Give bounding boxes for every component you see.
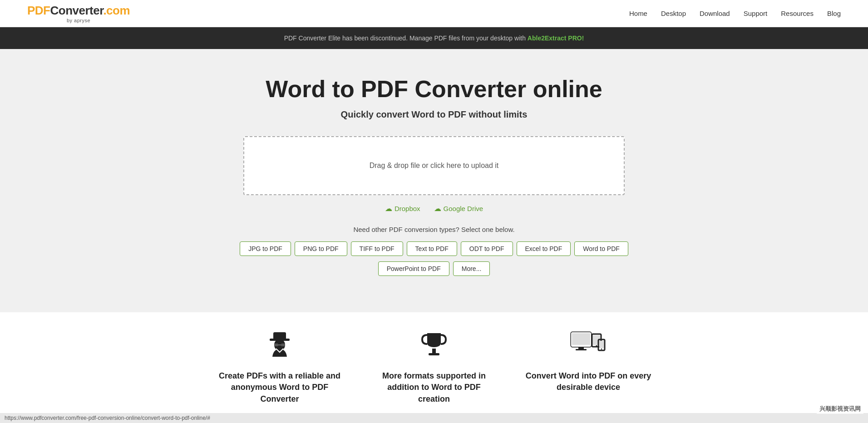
svg-rect-3: [274, 344, 278, 346]
trophy-svg: [420, 330, 448, 358]
logo-area: PDFConverter.com by apryse: [27, 4, 130, 23]
banner-text: PDF Converter Elite has been discontinue…: [284, 34, 528, 42]
nav-support[interactable]: Support: [744, 10, 768, 17]
logo-brand: PDFConverter.com: [27, 4, 130, 18]
googledrive-label: Google Drive: [444, 205, 483, 212]
cloud-options: ☁ Dropbox ☁ Google Drive: [9, 204, 859, 213]
trophy-icon: [370, 330, 498, 363]
main-nav: Home Desktop Download Support Resources …: [629, 10, 841, 17]
nav-home[interactable]: Home: [629, 10, 647, 17]
feature-devices: Convert Word into PDF on every desirable…: [525, 330, 652, 408]
nav-resources[interactable]: Resources: [781, 10, 814, 17]
svg-rect-11: [578, 347, 584, 349]
conv-text-to-pdf[interactable]: Text to PDF: [407, 241, 457, 256]
conv-word-to-pdf[interactable]: Word to PDF: [574, 241, 628, 256]
main-section: Word to PDF Converter online Quickly con…: [0, 49, 868, 312]
conv-ppt-to-pdf[interactable]: PowerPoint to PDF: [378, 261, 449, 276]
svg-rect-1: [273, 332, 286, 339]
conv-excel-to-pdf[interactable]: Excel to PDF: [517, 241, 571, 256]
nav-blog[interactable]: Blog: [827, 10, 841, 17]
nav-download[interactable]: Download: [700, 10, 730, 17]
googledrive-button[interactable]: ☁ Google Drive: [434, 204, 483, 213]
notice-banner: PDF Converter Elite has been discontinue…: [0, 27, 868, 49]
feature-anonymous: Create PDFs with a reliable and anonymou…: [216, 330, 343, 408]
dropbox-button[interactable]: ☁ Dropbox: [385, 204, 420, 213]
nav-desktop[interactable]: Desktop: [661, 10, 686, 17]
conv-tiff-to-pdf[interactable]: TIFF to PDF: [351, 241, 403, 256]
logo-pdf: PDF: [27, 4, 50, 17]
svg-rect-6: [432, 349, 436, 353]
spy-icon: [216, 330, 343, 363]
feature-formats: More formats supported in addition to Wo…: [370, 330, 498, 408]
feature-formats-title: More formats supported in addition to Wo…: [370, 370, 498, 405]
conv-more[interactable]: More...: [453, 261, 490, 276]
feature-anonymous-title: Create PDFs with a reliable and anonymou…: [216, 370, 343, 405]
conversion-hint: Need other PDF conversion types? Select …: [9, 226, 859, 233]
logo-converter: Converter: [50, 4, 104, 17]
devices-svg: [570, 330, 607, 358]
status-bar: https://www.pdfconverter.com/free-pdf-co…: [0, 413, 868, 423]
svg-rect-4: [281, 344, 285, 346]
header: PDFConverter.com by apryse Home Desktop …: [0, 0, 868, 27]
conversion-buttons-row1: JPG to PDF PNG to PDF TIFF to PDF Text t…: [9, 241, 859, 256]
dropbox-icon: ☁: [385, 204, 392, 213]
svg-point-15: [596, 345, 597, 347]
spy-svg: [266, 330, 293, 358]
conv-odt-to-pdf[interactable]: ODT to PDF: [461, 241, 513, 256]
feature-devices-title: Convert Word into PDF on every desirable…: [525, 370, 652, 393]
banner-link[interactable]: Able2Extract PRO!: [528, 34, 584, 42]
conv-jpg-to-pdf[interactable]: JPG to PDF: [240, 241, 291, 256]
features-section: Create PDFs with a reliable and anonymou…: [0, 312, 868, 423]
file-dropzone[interactable]: Drag & drop file or click here to upload…: [243, 136, 625, 195]
page-subtitle: Quickly convert Word to PDF without limi…: [9, 109, 859, 120]
dropbox-label: Dropbox: [395, 205, 420, 212]
conv-png-to-pdf[interactable]: PNG to PDF: [295, 241, 347, 256]
svg-point-18: [601, 349, 602, 349]
page-title: Word to PDF Converter online: [9, 76, 859, 102]
logo-com: .com: [103, 4, 130, 17]
svg-rect-17: [599, 341, 604, 348]
googledrive-icon: ☁: [434, 204, 441, 213]
conversion-buttons-row2: PowerPoint to PDF More...: [9, 261, 859, 276]
watermark: 兴顺影视资讯网: [817, 404, 863, 414]
svg-rect-7: [429, 353, 439, 355]
dropzone-label: Drag & drop file or click here to upload…: [370, 162, 499, 170]
logo-byline: by apryse: [67, 18, 90, 23]
devices-icon: [525, 330, 652, 363]
svg-rect-10: [572, 333, 590, 345]
status-url: https://www.pdfconverter.com/free-pdf-co…: [5, 415, 210, 421]
logo-text: PDFConverter.com: [27, 4, 130, 18]
svg-rect-12: [576, 349, 587, 350]
